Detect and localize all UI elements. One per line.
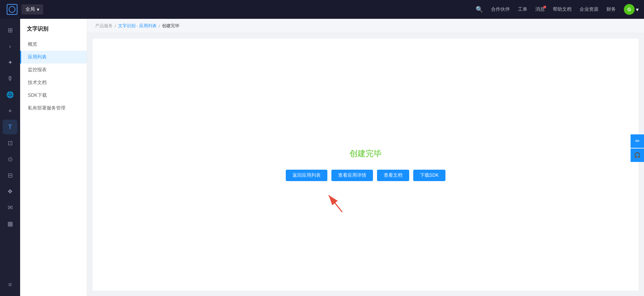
view-detail-button[interactable]: 查看应用详情 xyxy=(331,170,373,181)
logo xyxy=(5,3,19,16)
download-sdk-button[interactable]: 下载SDK xyxy=(413,170,446,181)
enterprise-nav[interactable]: 企业资源 xyxy=(580,6,598,12)
global-selector[interactable]: 全局 ▾ xyxy=(21,4,43,14)
sidebar-item-tech-doc[interactable]: 技术文档 xyxy=(20,76,87,89)
messages-nav[interactable]: 消息 xyxy=(535,6,545,12)
sidebar-item-overview[interactable]: 概览 xyxy=(20,38,87,51)
breadcrumb-current: 创建完毕 xyxy=(162,23,179,29)
sidebar-icon-microphone[interactable]: 🎙 xyxy=(3,71,17,86)
sidebar-icon-expand[interactable]: › xyxy=(3,39,17,54)
sidebar-icon-dashboard[interactable]: ⊞ xyxy=(3,23,17,38)
finance-nav[interactable]: 财务 xyxy=(606,6,616,12)
success-title: 创建完毕 xyxy=(350,148,382,159)
nav-right: 🔍 合作伙伴 工单 消息 帮助文档 企业资源 财务 G ▾ xyxy=(476,4,639,15)
search-icon[interactable]: 🔍 xyxy=(476,6,483,13)
content-area: 产品服务 / 文字识别 - 应用列表 / 创建完毕 创建完毕 返回应用列表 查看… xyxy=(87,19,644,296)
global-label: 全局 xyxy=(25,6,35,12)
breadcrumb-sep-1: / xyxy=(115,24,116,29)
breadcrumb-app-list[interactable]: 文字识别 - 应用列表 xyxy=(118,23,157,29)
sidebar-icon-globe[interactable]: 🌐 xyxy=(3,87,17,102)
main-layout: ⊞ › ✦ 🎙 🌐 ⌖ T ⊡ ⊙ ⊟ ❖ ✉ ▦ ≡ 文字识别 概览 应用列表… xyxy=(0,19,644,296)
back-to-list-button[interactable]: 返回应用列表 xyxy=(286,170,327,181)
chevron-down-icon: ▾ xyxy=(37,7,39,12)
sidebar-icon-text[interactable]: T xyxy=(3,120,17,134)
help-nav[interactable]: 帮助文档 xyxy=(553,6,572,12)
sidebar-item-app-list[interactable]: 应用列表 xyxy=(20,51,87,64)
avatar-chevron: ▾ xyxy=(636,6,639,13)
floating-headset-button[interactable]: 🎧 xyxy=(631,149,644,162)
icon-sidebar: ⊞ › ✦ 🎙 🌐 ⌖ T ⊡ ⊙ ⊟ ❖ ✉ ▦ ≡ xyxy=(0,19,20,296)
avatar-area[interactable]: G ▾ xyxy=(624,4,639,15)
sidebar-icon-search[interactable]: ⊙ xyxy=(3,152,17,167)
workorder-nav[interactable]: 工单 xyxy=(518,6,527,12)
sidebar-item-sdk-download[interactable]: SDK下载 xyxy=(20,89,87,102)
breadcrumb-sep-2: / xyxy=(159,24,160,29)
sidebar-item-private-deploy[interactable]: 私有部署服务管理 xyxy=(20,102,87,115)
floating-edit-button[interactable]: ✏ xyxy=(631,134,644,148)
success-area: 创建完毕 返回应用列表 查看应用详情 查看文档 下载SDK xyxy=(286,148,446,181)
main-content: 创建完毕 返回应用列表 查看应用详情 查看文档 下载SDK xyxy=(93,39,639,291)
view-doc-button[interactable]: 查看文档 xyxy=(377,170,409,181)
sidebar-icon-settings[interactable]: ✦ xyxy=(3,55,17,70)
svg-line-1 xyxy=(329,195,342,212)
sidebar-icon-mail[interactable]: ✉ xyxy=(3,200,17,215)
sidebar-icon-image-search[interactable]: ⊡ xyxy=(3,136,17,151)
sidebar-icon-robot[interactable]: ⌖ xyxy=(3,103,17,118)
logo-icon xyxy=(7,4,17,15)
floating-right: ✏ 🎧 xyxy=(631,134,644,162)
notification-dot xyxy=(543,6,546,8)
sidebar-item-monitor[interactable]: 监控报表 xyxy=(20,64,87,76)
sidebar-title: 文字识别 xyxy=(20,26,87,38)
sidebar-icon-cube[interactable]: ❖ xyxy=(3,184,17,199)
avatar: G xyxy=(624,4,635,15)
menu-sidebar: 文字识别 概览 应用列表 监控报表 技术文档 SDK下载 私有部署服务管理 xyxy=(20,19,87,296)
sidebar-icon-photo[interactable]: ▦ xyxy=(3,216,17,231)
arrow-annotation xyxy=(322,188,349,217)
partner-nav[interactable]: 合作伙伴 xyxy=(491,6,510,12)
top-nav: 全局 ▾ 🔍 合作伙伴 工单 消息 帮助文档 企业资源 财务 G ▾ xyxy=(0,0,644,19)
breadcrumb-product-service[interactable]: 产品服务 xyxy=(95,23,113,29)
sidebar-icon-layers[interactable]: ⊟ xyxy=(3,168,17,183)
action-buttons: 返回应用列表 查看应用详情 查看文档 下载SDK xyxy=(286,170,446,181)
sidebar-icon-menu[interactable]: ≡ xyxy=(3,277,17,292)
breadcrumb: 产品服务 / 文字识别 - 应用列表 / 创建完毕 xyxy=(87,19,644,33)
